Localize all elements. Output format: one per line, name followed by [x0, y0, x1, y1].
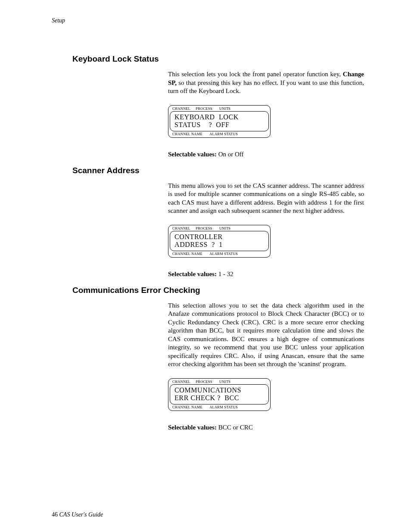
- lcd-display-comm-err: CHANNEL PROCESS UNITS COMMUNICATIONS ERR…: [168, 378, 271, 411]
- lcd-line-2: ERR CHECK ? BCC: [174, 394, 264, 402]
- lcd-label-channel: CHANNEL: [172, 380, 190, 384]
- lcd-line-2: STATUS ? OFF: [174, 121, 264, 129]
- lcd-bottom-labels: CHANNEL NAME ALARM STATUS: [170, 252, 269, 256]
- lcd-label-process: PROCESS: [196, 380, 212, 384]
- document-page: Setup Keyboard Lock Status This selectio…: [0, 0, 411, 532]
- lcd-frame: CHANNEL PROCESS UNITS COMMUNICATIONS ERR…: [168, 378, 271, 411]
- lcd-label-process: PROCESS: [196, 226, 212, 230]
- lcd-top-labels: CHANNEL PROCESS UNITS: [170, 106, 269, 111]
- selectable-value: BCC or CRC: [217, 424, 253, 431]
- selectable-values-comm-err: Selectable values: BCC or CRC: [168, 424, 364, 431]
- selectable-label: Selectable values:: [168, 424, 217, 431]
- page-number: 46: [52, 511, 58, 518]
- lcd-line-1: KEYBOARD LOCK: [174, 113, 264, 121]
- lcd-line-1: CONTROLLER: [174, 233, 264, 241]
- lcd-label-channel-name: CHANNEL NAME: [172, 252, 202, 256]
- selectable-values-keyboard-lock: Selectable values: On or Off: [168, 151, 364, 158]
- page-header-section: Setup: [52, 17, 364, 24]
- lcd-display-keyboard-lock: CHANNEL PROCESS UNITS KEYBOARD LOCK STAT…: [168, 105, 271, 138]
- lcd-top-labels: CHANNEL PROCESS UNITS: [170, 226, 269, 230]
- selectable-value: On or Off: [217, 151, 244, 158]
- lcd-label-alarm-status: ALARM STATUS: [209, 252, 238, 256]
- selectable-block: Selectable values: 1 - 32: [168, 271, 364, 278]
- lcd-screen: KEYBOARD LOCK STATUS ? OFF: [170, 111, 269, 131]
- heading-comm-err: Communications Error Checking: [72, 286, 364, 295]
- lcd-label-units: UNITS: [219, 380, 230, 384]
- paragraph-keyboard-lock: This selection lets you lock the front p…: [168, 70, 364, 96]
- lcd-bottom-labels: CHANNEL NAME ALARM STATUS: [170, 132, 269, 136]
- lcd-label-process: PROCESS: [196, 106, 212, 111]
- selectable-label: Selectable values:: [168, 271, 217, 277]
- lcd-screen: COMMUNICATIONS ERR CHECK ? BCC: [170, 384, 269, 404]
- selectable-block: Selectable values: BCC or CRC: [168, 424, 364, 431]
- heading-scanner-address: Scanner Address: [72, 166, 364, 175]
- text-run: This selection lets you lock the front p…: [168, 71, 343, 78]
- lcd-label-units: UNITS: [219, 226, 230, 230]
- lcd-frame: CHANNEL PROCESS UNITS CONTROLLER ADDRESS…: [168, 225, 271, 258]
- lcd-screen: CONTROLLER ADDRESS ? 1: [170, 231, 269, 251]
- selectable-value: 1 - 32: [217, 271, 234, 277]
- lcd-frame: CHANNEL PROCESS UNITS KEYBOARD LOCK STAT…: [168, 105, 271, 138]
- lcd-label-channel: CHANNEL: [172, 226, 190, 230]
- footer-title: CAS User's Guide: [59, 511, 103, 518]
- heading-keyboard-lock: Keyboard Lock Status: [72, 54, 364, 64]
- lcd-display-scanner-address: CHANNEL PROCESS UNITS CONTROLLER ADDRESS…: [168, 225, 271, 258]
- paragraph-comm-err: This selection allows you to set the dat…: [168, 302, 364, 369]
- paragraph-block: This selection lets you lock the front p…: [168, 70, 364, 96]
- text-run: so that pressing this key has no effect.…: [168, 79, 364, 95]
- selectable-values-scanner-address: Selectable values: 1 - 32: [168, 271, 364, 278]
- paragraph-block: This selection allows you to set the dat…: [168, 302, 364, 369]
- selectable-label: Selectable values:: [168, 151, 217, 158]
- paragraph-scanner-address: This menu allows you to set the CAS scan…: [168, 182, 364, 215]
- lcd-label-channel-name: CHANNEL NAME: [172, 132, 202, 136]
- lcd-label-channel-name: CHANNEL NAME: [172, 405, 202, 409]
- selectable-block: Selectable values: On or Off: [168, 151, 364, 158]
- lcd-line-1: COMMUNICATIONS: [174, 386, 264, 394]
- lcd-line-2: ADDRESS ? 1: [174, 241, 264, 249]
- page-footer: 46 CAS User's Guide: [52, 511, 103, 518]
- lcd-label-alarm-status: ALARM STATUS: [209, 405, 238, 409]
- lcd-label-alarm-status: ALARM STATUS: [209, 132, 238, 136]
- lcd-top-labels: CHANNEL PROCESS UNITS: [170, 380, 269, 384]
- lcd-label-channel: CHANNEL: [172, 106, 190, 111]
- lcd-bottom-labels: CHANNEL NAME ALARM STATUS: [170, 405, 269, 409]
- paragraph-block: This menu allows you to set the CAS scan…: [168, 182, 364, 215]
- lcd-label-units: UNITS: [219, 106, 230, 111]
